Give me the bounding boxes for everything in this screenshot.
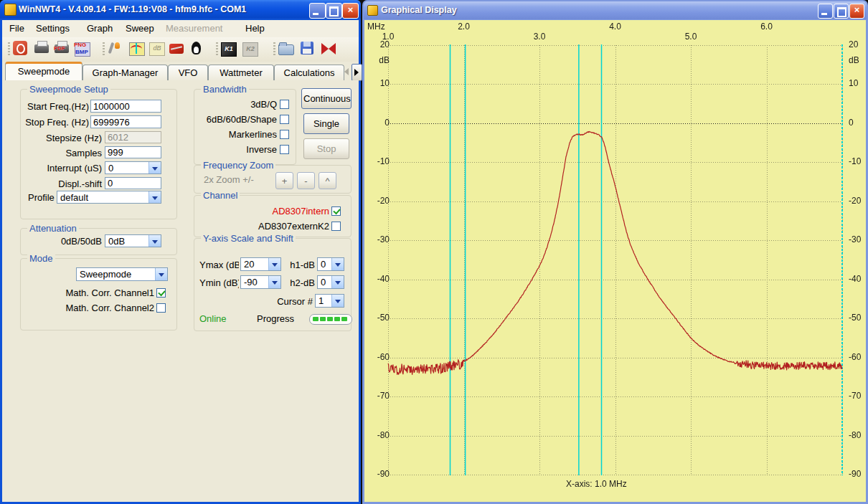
attenuation-group: Attenuation 0dB/50dB 0dB bbox=[20, 228, 177, 255]
plot-canvas[interactable] bbox=[364, 20, 866, 502]
y-axis-tick-label-left: -50 bbox=[369, 313, 390, 323]
print-icon[interactable] bbox=[33, 39, 52, 58]
export-image-icon[interactable]: PNGBMP bbox=[73, 39, 92, 58]
h2-db-select[interactable]: 0 bbox=[317, 275, 344, 289]
minimize-button[interactable] bbox=[309, 3, 326, 19]
bw-inverse-label: Inverse bbox=[246, 144, 277, 155]
samples-label: Samples bbox=[65, 148, 102, 158]
bw-3db-label: 3dB/Q bbox=[250, 99, 277, 110]
main-title-bar[interactable]: WinNWT4 - V.4.09.14 - FW:1.19:V08 - hfm9… bbox=[0, 0, 361, 20]
attenuation-label: 0dB/50dB bbox=[61, 236, 102, 247]
open-folder-icon[interactable] bbox=[277, 39, 296, 58]
channel-intern-checkbox[interactable] bbox=[331, 206, 341, 216]
x-axis-tick-label: 2.0 bbox=[453, 22, 475, 32]
penguin-icon[interactable] bbox=[188, 39, 207, 58]
menu-graph[interactable]: Graph bbox=[87, 23, 113, 34]
y-axis-tick-label-right: 0 bbox=[849, 118, 854, 128]
graph-maximize-button[interactable] bbox=[834, 4, 849, 19]
menu-bar: File Settings Graph Sweep Measurement He… bbox=[2, 20, 359, 38]
close-button[interactable]: × bbox=[342, 3, 359, 19]
y-axis-tick-label-right: -40 bbox=[849, 274, 861, 284]
stop-freq-input[interactable] bbox=[90, 115, 161, 128]
zoom-in-button[interactable]: + bbox=[275, 172, 293, 189]
graph-window-title: Graphical Display bbox=[381, 5, 457, 15]
zoom-out-button[interactable]: - bbox=[297, 172, 315, 189]
channel-k1-icon[interactable]: K1 bbox=[220, 39, 238, 58]
x-axis-caption: X-axis: 1.0 MHz bbox=[566, 479, 627, 489]
tab-bar: Sweepmode Graph-Manager VFO Wattmeter Ca… bbox=[2, 62, 359, 80]
h1-db-select[interactable]: 0 bbox=[317, 257, 344, 271]
graph-minimize-button[interactable] bbox=[818, 4, 833, 19]
delete-curves-icon[interactable] bbox=[320, 39, 339, 58]
ymax-select[interactable]: 20 bbox=[240, 257, 281, 271]
single-button[interactable]: Single bbox=[303, 113, 349, 134]
displ-shift-input[interactable] bbox=[105, 177, 161, 189]
y-axis-tick-label-right: 20 bbox=[849, 39, 858, 49]
y-axis-tick-label-left: -10 bbox=[369, 156, 390, 166]
tab-scroll-right-button[interactable] bbox=[352, 64, 362, 81]
channel-extern-checkbox[interactable] bbox=[331, 222, 341, 231]
swiss-knife-icon[interactable] bbox=[168, 39, 187, 58]
y-axis-tick-label-right: 10 bbox=[849, 78, 858, 88]
toolbar-grip[interactable] bbox=[273, 42, 275, 57]
bw-3db-checkbox[interactable] bbox=[280, 100, 289, 109]
desktop: WinNWT4 - V.4.09.14 - FW:1.19:V08 - hfm9… bbox=[0, 0, 868, 504]
zoom-reset-button[interactable]: ^ bbox=[319, 172, 336, 189]
tab-wattmeter[interactable]: Wattmeter bbox=[208, 65, 274, 81]
group-title: Sweepmode Setup bbox=[27, 84, 110, 95]
menu-settings[interactable]: Settings bbox=[36, 23, 70, 34]
tab-sweepmode[interactable]: Sweepmode bbox=[5, 62, 82, 82]
ymin-select[interactable]: -90 bbox=[240, 275, 281, 289]
start-freq-input[interactable] bbox=[90, 100, 161, 113]
close-icon: × bbox=[850, 4, 864, 15]
window-title: WinNWT4 - V.4.09.14 - FW:1.19:V08 - hfm9… bbox=[19, 4, 246, 14]
displ-shift-label: Displ.-shift bbox=[58, 179, 102, 189]
maximize-button[interactable] bbox=[326, 3, 342, 19]
menu-sweep[interactable]: Sweep bbox=[126, 23, 154, 34]
graph-title-bar[interactable]: Graphical Display × bbox=[364, 1, 867, 19]
menu-file[interactable]: File bbox=[9, 23, 24, 34]
toolbar-grip[interactable] bbox=[103, 42, 105, 57]
save-floppy-icon[interactable] bbox=[298, 39, 317, 58]
attenuation-select[interactable]: 0dB bbox=[105, 234, 161, 247]
toolbar-grip[interactable] bbox=[216, 42, 218, 57]
x-axis-unit-label: MHz bbox=[367, 22, 385, 32]
bandwidth-group: Bandwidth 3dB/Q 6dB/60dB/Shape Markerlin… bbox=[194, 89, 296, 165]
interrupt-select[interactable]: 0 bbox=[105, 161, 161, 174]
math-corr-ch1-label: Math. Corr. Channel1 bbox=[65, 287, 154, 298]
profile-select[interactable]: default bbox=[57, 191, 161, 204]
sweep-display-icon[interactable] bbox=[128, 39, 146, 58]
bw-markerlines-checkbox[interactable] bbox=[280, 130, 289, 139]
mode-select[interactable]: Sweepmode bbox=[76, 267, 168, 281]
bw-6db-checkbox[interactable] bbox=[280, 115, 289, 124]
cursor-select[interactable]: 1 bbox=[315, 294, 344, 308]
frequency-zoom-group: Frequency Zoom 2x Zoom +/- + - ^ bbox=[194, 165, 352, 194]
continuous-button[interactable]: Continuous bbox=[301, 88, 352, 109]
bw-inverse-checkbox[interactable] bbox=[280, 145, 289, 154]
tools-icon[interactable] bbox=[106, 39, 125, 58]
group-title: Channel bbox=[201, 190, 240, 201]
minimize-icon bbox=[821, 13, 827, 15]
menu-help[interactable]: Help bbox=[245, 23, 265, 34]
stepsize-label: Stepsize (Hz) bbox=[46, 133, 102, 143]
y-axis-tick-label-left: 20 bbox=[369, 39, 390, 49]
graph-close-button[interactable]: × bbox=[849, 4, 864, 19]
toolbar-grip[interactable] bbox=[8, 42, 10, 57]
group-title: Attenuation bbox=[27, 223, 79, 234]
y-axis-tick-label-right: -80 bbox=[849, 430, 861, 440]
y-axis-tick-label-left: -90 bbox=[369, 469, 390, 479]
math-corr-ch1-checkbox[interactable] bbox=[156, 288, 166, 298]
y-axis-unit-label-right: dB bbox=[849, 55, 859, 65]
math-corr-ch2-checkbox[interactable] bbox=[156, 303, 166, 313]
menu-measurement: Measurement bbox=[166, 23, 222, 34]
db-display-icon[interactable]: dB bbox=[148, 39, 166, 58]
power-icon[interactable] bbox=[11, 39, 30, 58]
tab-calculations[interactable]: Calculations bbox=[274, 65, 344, 81]
group-title: Y-axis Scale and Shift bbox=[201, 233, 296, 244]
print-pdf-icon[interactable]: PDF bbox=[53, 39, 72, 58]
tab-vfo[interactable]: VFO bbox=[168, 65, 208, 81]
x-axis-tick-label: 6.0 bbox=[756, 22, 778, 32]
samples-input[interactable] bbox=[105, 146, 161, 158]
channel-extern-label: AD8307externK2 bbox=[258, 221, 329, 232]
tab-graph-manager[interactable]: Graph-Manager bbox=[82, 65, 168, 81]
